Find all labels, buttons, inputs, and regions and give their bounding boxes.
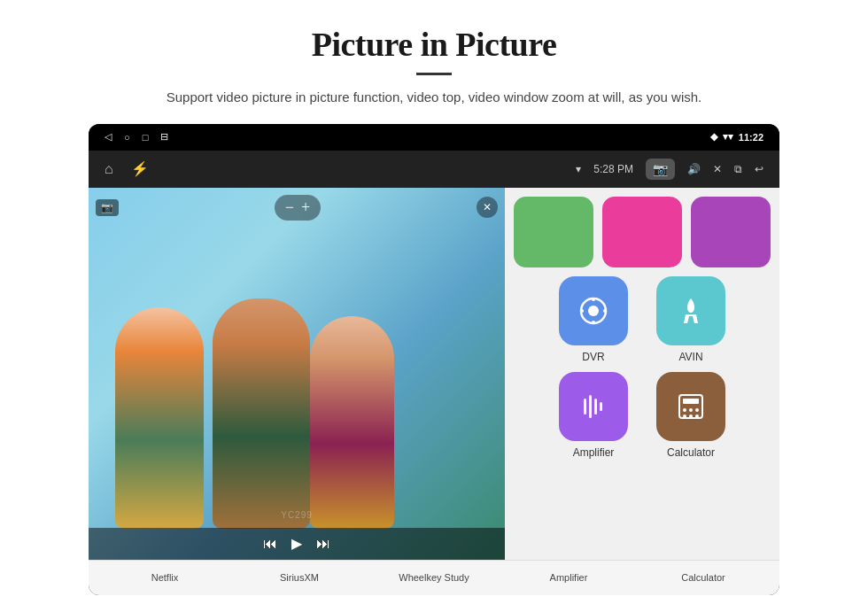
wifi-icon: ▾▾ — [723, 131, 733, 143]
status-bar: ◁ ○ □ ⊟ ◆ ▾▾ 11:22 — [89, 124, 779, 151]
nav-bar: ⌂ ⚡ ▾ 5:28 PM 📷 🔊 ✕ ⧉ ↩ — [89, 151, 779, 188]
status-bar-left: ◁ ○ □ ⊟ — [105, 131, 168, 143]
bottom-label-amplifier: Amplifier — [524, 572, 613, 583]
app-amplifier-label: Amplifier — [573, 446, 615, 459]
svg-point-16 — [689, 414, 693, 418]
app-grid-section: DVR AVIN — [505, 188, 779, 560]
screen-icon[interactable]: ⊟ — [160, 131, 168, 143]
app-dvr-label: DVR — [582, 351, 604, 363]
location-icon: ◆ — [710, 131, 717, 143]
pip-close-button[interactable]: ✕ — [477, 197, 498, 218]
app-row-1: DVR AVIN — [514, 276, 771, 363]
svg-point-15 — [683, 414, 686, 418]
title-divider — [416, 73, 452, 75]
home-nav-icon[interactable]: ○ — [124, 132, 130, 143]
svg-point-14 — [695, 408, 699, 412]
svg-point-13 — [689, 408, 693, 412]
device-frame: ◁ ○ □ ⊟ ◆ ▾▾ 11:22 ⌂ ⚡ ▾ 5:28 PM 📷 🔊 ✕ ⧉… — [89, 124, 779, 595]
nav-bar-left: ⌂ ⚡ — [105, 160, 149, 177]
close-icon[interactable]: ✕ — [713, 163, 722, 175]
pip-minus-button[interactable]: − — [285, 198, 294, 217]
status-bar-right: ◆ ▾▾ 11:22 — [710, 131, 763, 143]
app-avin-container: AVIN — [647, 276, 735, 363]
back-nav-icon[interactable]: ◁ — [105, 131, 112, 143]
pip-plus-button[interactable]: + — [301, 198, 310, 217]
svg-rect-11 — [683, 399, 699, 404]
pip-camera-icon: 📷 — [96, 199, 119, 216]
app-dvr-icon[interactable] — [559, 276, 628, 345]
svg-point-2 — [592, 298, 595, 301]
play-button[interactable]: ▶ — [291, 535, 302, 552]
pip-size-controls: − + — [275, 195, 321, 221]
app-calculator-container: Calculator — [647, 372, 735, 459]
svg-rect-7 — [589, 395, 592, 418]
video-person-1 — [115, 307, 204, 529]
page-header: Picture in Picture Support video picture… — [0, 0, 868, 124]
volume-icon[interactable]: 🔊 — [687, 163, 701, 175]
pip-icon[interactable]: ⧉ — [734, 163, 742, 175]
app-placeholder-pink[interactable] — [602, 197, 682, 267]
back-icon[interactable]: ↩ — [755, 163, 763, 175]
bottom-label-netflix: Netflix — [120, 572, 209, 583]
svg-rect-9 — [600, 402, 602, 411]
app-amplifier-icon[interactable] — [559, 372, 628, 441]
bottom-label-wheelkey: Wheelkey Study — [390, 572, 478, 583]
app-avin-label: AVIN — [678, 351, 702, 363]
svg-point-1 — [588, 306, 599, 316]
watermark: YC299 — [281, 510, 313, 520]
video-image: YC299 — [89, 188, 505, 560]
svg-point-4 — [580, 309, 584, 313]
svg-point-17 — [695, 414, 699, 418]
clock: 11:22 — [739, 132, 763, 143]
app-row-2: Amplifier — [514, 372, 771, 459]
bottom-labels-bar: Netflix SiriusXM Wheelkey Study Amplifie… — [89, 560, 779, 595]
app-calculator-icon[interactable] — [656, 372, 725, 441]
svg-rect-8 — [594, 399, 597, 414]
top-app-row — [514, 197, 771, 267]
page-description: Support video picture in picture functio… — [53, 88, 815, 108]
bottom-label-siriusxm: SiriusXM — [255, 572, 344, 583]
nav-time: 5:28 PM — [593, 163, 633, 175]
nav-bar-right: ▾ 5:28 PM 📷 🔊 ✕ ⧉ ↩ — [576, 159, 763, 180]
svg-point-3 — [592, 321, 595, 324]
svg-point-12 — [683, 408, 686, 412]
svg-point-5 — [603, 309, 607, 313]
app-dvr-container: DVR — [549, 276, 638, 363]
video-person-3 — [310, 316, 394, 529]
home-icon[interactable]: ⌂ — [105, 161, 113, 177]
rewind-button[interactable]: ⏮ — [263, 536, 277, 552]
main-content: 📷 − + ✕ YC299 ⏮ ▶ ⏭ — [89, 188, 779, 560]
page-title: Picture in Picture — [53, 25, 815, 64]
wifi-signal-icon: ▾ — [576, 163, 581, 175]
app-amplifier-container: Amplifier — [549, 372, 638, 459]
camera-button[interactable]: 📷 — [646, 159, 675, 180]
app-calculator-label: Calculator — [667, 446, 715, 459]
app-placeholder-purple[interactable] — [691, 197, 771, 267]
video-section: 📷 − + ✕ YC299 ⏮ ▶ ⏭ — [89, 188, 505, 560]
video-person-2 — [213, 298, 310, 529]
pip-controls: 📷 − + ✕ — [96, 195, 498, 221]
recent-nav-icon[interactable]: □ — [143, 132, 149, 143]
svg-rect-6 — [584, 399, 586, 414]
bottom-label-calculator: Calculator — [659, 572, 748, 583]
forward-button[interactable]: ⏭ — [316, 536, 330, 552]
app-avin-icon[interactable] — [656, 276, 725, 345]
usb-icon[interactable]: ⚡ — [131, 160, 149, 177]
app-placeholder-green[interactable] — [514, 197, 593, 267]
playback-controls: ⏮ ▶ ⏭ — [89, 528, 505, 560]
